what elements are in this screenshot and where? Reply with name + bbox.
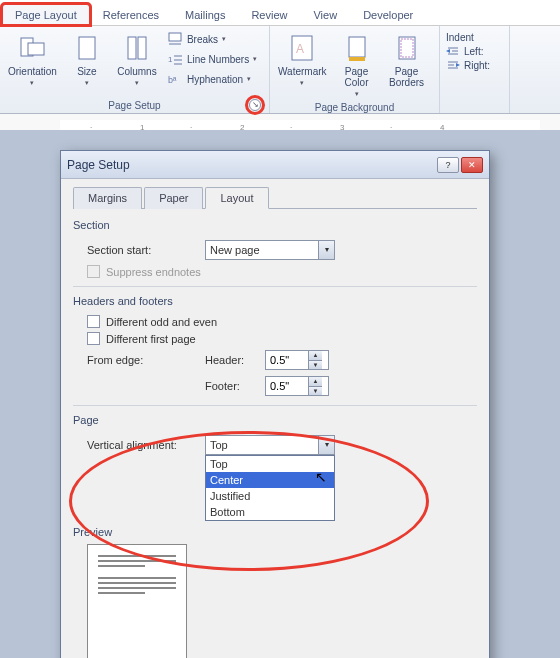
breaks-button[interactable]: Breaks ▾ <box>165 30 259 48</box>
header-label: Header: <box>205 354 255 366</box>
option-bottom[interactable]: Bottom <box>206 504 334 520</box>
svg-marker-21 <box>446 49 450 53</box>
chevron-down-icon: ▾ <box>300 79 304 87</box>
line-numbers-icon: 1 <box>167 51 183 67</box>
header-input[interactable] <box>266 354 308 366</box>
vertical-alignment-combo[interactable]: Top ▾ <box>205 435 335 455</box>
svg-text:bª: bª <box>168 75 177 85</box>
dialog-titlebar[interactable]: Page Setup ? ✕ <box>61 151 489 179</box>
group-paragraph: Indent Left: Right: <box>440 26 510 113</box>
section-start-label: Section start: <box>87 244 195 256</box>
dialog-title: Page Setup <box>67 158 130 172</box>
orientation-button[interactable]: Orientation ▾ <box>6 30 59 89</box>
page-color-icon <box>341 32 373 64</box>
page-setup-launcher[interactable]: ↘ <box>249 99 261 111</box>
svg-rect-1 <box>28 43 44 55</box>
option-top[interactable]: Top <box>206 456 334 472</box>
option-center[interactable]: Center <box>206 472 334 488</box>
svg-rect-3 <box>128 37 136 59</box>
group-label-page-background: Page Background <box>276 100 433 115</box>
indent-left[interactable]: Left: <box>446 45 503 57</box>
footer-spin[interactable]: ▲▼ <box>265 376 329 396</box>
chevron-down-icon: ▾ <box>222 35 226 43</box>
close-button[interactable]: ✕ <box>461 157 483 173</box>
page-color-button[interactable]: Page Color ▾ <box>335 30 379 100</box>
svg-text:1: 1 <box>168 55 173 64</box>
chevron-down-icon: ▾ <box>247 75 251 83</box>
tab-references[interactable]: References <box>90 4 172 25</box>
size-button[interactable]: Size ▾ <box>65 30 109 89</box>
chevron-down-icon: ▾ <box>135 79 139 87</box>
spin-down-icon[interactable]: ▼ <box>309 360 322 369</box>
help-button[interactable]: ? <box>437 157 459 173</box>
line-numbers-button[interactable]: 1 Line Numbers ▾ <box>165 50 259 68</box>
orientation-icon <box>16 32 48 64</box>
preview-heading: Preview <box>73 526 477 538</box>
from-edge-label: From edge: <box>87 354 195 366</box>
hyphenation-icon: bª <box>167 71 183 87</box>
group-label-page-setup: Page Setup ↘ <box>6 98 263 113</box>
page-heading: Page <box>73 414 477 426</box>
footer-label: Footer: <box>205 380 255 392</box>
svg-rect-2 <box>79 37 95 59</box>
footer-input[interactable] <box>266 380 308 392</box>
chevron-down-icon: ▾ <box>85 79 89 87</box>
svg-rect-4 <box>138 37 146 59</box>
svg-rect-5 <box>169 33 181 41</box>
svg-rect-15 <box>349 57 365 61</box>
chevron-down-icon[interactable]: ▾ <box>318 436 334 454</box>
section-heading: Section <box>73 219 477 231</box>
group-page-setup: Orientation ▾ Size ▾ Columns ▾ <box>0 26 270 113</box>
section-start-combo[interactable]: New page ▾ <box>205 240 335 260</box>
chevron-down-icon: ▾ <box>355 90 359 98</box>
checkbox-icon <box>87 315 100 328</box>
watermark-button[interactable]: A Watermark ▾ <box>276 30 329 89</box>
suppress-endnotes-checkbox: Suppress endnotes <box>73 263 477 280</box>
tab-mailings[interactable]: Mailings <box>172 4 238 25</box>
dialog-tabs: Margins Paper Layout <box>73 187 477 209</box>
page-size-icon <box>71 32 103 64</box>
svg-marker-25 <box>456 63 460 67</box>
spin-up-icon[interactable]: ▲ <box>309 351 322 360</box>
indent-left-icon <box>446 45 460 57</box>
hf-heading: Headers and footers <box>73 295 477 307</box>
checkbox-icon <box>87 265 100 278</box>
tab-review[interactable]: Review <box>238 4 300 25</box>
indent-right[interactable]: Right: <box>446 59 503 71</box>
different-odd-even-checkbox[interactable]: Different odd and even <box>73 313 477 330</box>
header-spin[interactable]: ▲▼ <box>265 350 329 370</box>
chevron-down-icon: ▾ <box>30 79 34 87</box>
columns-button[interactable]: Columns ▾ <box>115 30 159 89</box>
indent-right-icon <box>446 59 460 71</box>
page-borders-button[interactable]: Page Borders <box>385 30 429 90</box>
checkbox-icon <box>87 332 100 345</box>
tab-margins[interactable]: Margins <box>73 187 142 209</box>
spin-up-icon[interactable]: ▲ <box>309 377 322 386</box>
tab-layout[interactable]: Layout <box>205 187 268 209</box>
breaks-icon <box>167 31 183 47</box>
page-borders-icon <box>391 32 423 64</box>
chevron-down-icon[interactable]: ▾ <box>318 241 334 259</box>
chevron-down-icon: ▾ <box>253 55 257 63</box>
ribbon-tab-strip: Page Layout References Mailings Review V… <box>0 0 560 26</box>
preview-thumbnail <box>87 544 187 658</box>
hyphenation-button[interactable]: bª Hyphenation ▾ <box>165 70 259 88</box>
watermark-icon: A <box>286 32 318 64</box>
tab-paper[interactable]: Paper <box>144 187 203 209</box>
option-justified[interactable]: Justified <box>206 488 334 504</box>
columns-icon <box>121 32 153 64</box>
svg-rect-14 <box>349 37 365 57</box>
vertical-alignment-label: Vertical alignment: <box>87 439 195 451</box>
tab-page-layout[interactable]: Page Layout <box>2 4 90 25</box>
ribbon: Orientation ▾ Size ▾ Columns ▾ <box>0 26 560 114</box>
page-setup-dialog: Page Setup ? ✕ Margins Paper Layout Sect… <box>60 150 490 658</box>
spin-down-icon[interactable]: ▼ <box>309 386 322 395</box>
different-first-page-checkbox[interactable]: Different first page <box>73 330 477 347</box>
tab-view[interactable]: View <box>300 4 350 25</box>
group-page-background: A Watermark ▾ Page Color ▾ Page Borders … <box>270 26 440 113</box>
tab-developer[interactable]: Developer <box>350 4 426 25</box>
vertical-alignment-dropdown: Top Center Justified Bottom <box>205 455 335 521</box>
svg-text:A: A <box>296 42 304 56</box>
indent-heading: Indent <box>446 32 503 43</box>
